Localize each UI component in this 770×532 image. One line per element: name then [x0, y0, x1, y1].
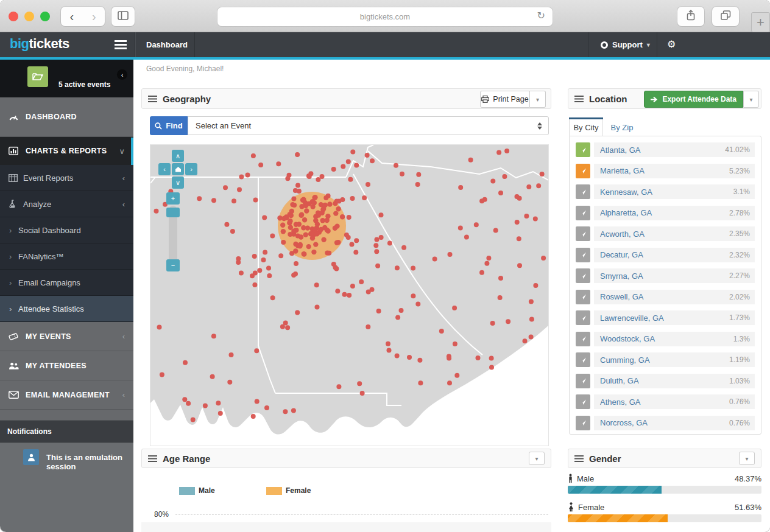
- event-select[interactable]: Select an Event: [188, 116, 549, 135]
- sidebar-item-charts-reports[interactable]: CHARTS & REPORTS ∨: [0, 137, 133, 165]
- sidebar-item-social-dashboard[interactable]: › Social Dashboard: [0, 217, 133, 243]
- close-window-button[interactable]: [9, 12, 18, 21]
- nav-tab-dashboard[interactable]: Dashboard: [146, 32, 188, 57]
- sidebar-item-attendee-statistics[interactable]: › Attendee Statistics: [0, 296, 133, 322]
- legend-male-label: Male: [199, 486, 215, 495]
- active-events-header[interactable]: 5 active events ‹: [0, 60, 133, 97]
- sidebar-item-my-attendees[interactable]: MY ATTENDEES: [0, 351, 133, 380]
- gender-percent: 48.37%: [735, 474, 761, 483]
- sidebar-item-event-reports[interactable]: Event Reports ‹: [0, 165, 133, 191]
- back-button[interactable]: ‹: [61, 10, 83, 24]
- city-row[interactable]: Woodstock, GA1.3%: [576, 332, 755, 346]
- pan-right-button[interactable]: ›: [185, 163, 197, 175]
- sidebar-item-email-campaigns[interactable]: › Email Campaigns: [0, 270, 133, 296]
- city-row[interactable]: Atlanta, GA41.02%: [576, 142, 755, 157]
- sidebar-item-dashboard[interactable]: DASHBOARD: [0, 97, 133, 137]
- sidebar-item-label: MY EVENTS: [26, 332, 71, 341]
- zoom-window-button[interactable]: [40, 12, 50, 21]
- reload-icon[interactable]: ↻: [537, 10, 545, 21]
- export-arrow-icon: [651, 96, 658, 103]
- city-row[interactable]: Roswell, GA2.02%: [576, 290, 755, 304]
- city-row[interactable]: Decatur, GA2.32%: [576, 248, 755, 262]
- geography-map[interactable]: ∧ ‹ › ∨ + −: [150, 144, 549, 446]
- legend-female-swatch: [266, 487, 282, 495]
- collapse-panel-button[interactable]: ▾: [529, 452, 545, 465]
- pan-left-button[interactable]: ‹: [158, 163, 171, 175]
- tab-by-zip[interactable]: By Zip: [603, 119, 641, 136]
- sidebar-item-analyze[interactable]: Analyze ‹: [0, 191, 133, 217]
- chevron-down-icon: ▾: [647, 41, 650, 48]
- city-row[interactable]: Duluth, GA1.03%: [576, 374, 755, 388]
- app-logo[interactable]: bigtickets: [10, 36, 69, 52]
- export-attendee-data-button[interactable]: Export Attendee Data: [644, 91, 743, 108]
- divider: [588, 32, 588, 57]
- sidebar-item-fanalytics[interactable]: › FANalytics™: [0, 243, 133, 270]
- city-row[interactable]: Athens, GA0.76%: [576, 394, 755, 409]
- print-options-dropdown[interactable]: ▾: [530, 91, 546, 108]
- new-tab-button[interactable]: +: [751, 12, 770, 32]
- divider: [194, 32, 195, 57]
- browser-window: ‹ › bigtickets.com ↻ + bigticke: [0, 0, 770, 532]
- city-row[interactable]: Lawrenceville, GA1.73%: [576, 310, 755, 325]
- minimize-window-button[interactable]: [24, 12, 34, 21]
- sidebar-item-label: Attendee Statistics: [18, 304, 84, 313]
- settings-gear-button[interactable]: ⚙: [667, 38, 676, 50]
- zoom-in-button[interactable]: +: [166, 192, 180, 205]
- city-row[interactable]: Cumming, GA1.19%: [576, 352, 755, 367]
- sidebar-toggle-icon: [118, 11, 129, 23]
- chevron-right-icon: ›: [9, 304, 12, 313]
- notifications-header: Notifications: [0, 420, 133, 443]
- sidebar-item-label: FANalytics™: [18, 252, 63, 261]
- gender-label: Female: [578, 503, 604, 512]
- url-text: bigtickets.com: [360, 12, 410, 21]
- search-icon: [155, 122, 162, 130]
- panel-menu-icon[interactable]: [574, 455, 584, 462]
- location-pin-icon: [576, 332, 590, 346]
- city-row[interactable]: Marietta, GA5.23%: [576, 164, 755, 178]
- logo-tickets: tickets: [29, 36, 69, 51]
- zoom-slider-handle[interactable]: [166, 208, 180, 217]
- geography-panel-header: Geography Print Page ▾: [141, 88, 551, 109]
- collapse-panel-button[interactable]: ▾: [739, 452, 755, 465]
- panel-menu-icon[interactable]: [148, 96, 157, 102]
- panel-menu-icon[interactable]: [148, 455, 157, 462]
- share-button[interactable]: [677, 7, 704, 26]
- sidebar-item-label: Email Campaigns: [18, 278, 80, 287]
- location-pin-icon: [576, 268, 590, 283]
- gender-label: Male: [577, 474, 594, 483]
- panel-title: Geography: [163, 94, 211, 104]
- sidebar-menu-toggle[interactable]: [115, 40, 127, 49]
- sidebar-collapse-icon[interactable]: ‹: [117, 69, 127, 80]
- envelope-icon: [9, 391, 19, 399]
- city-row[interactable]: Kennesaw, GA3.1%: [576, 184, 755, 199]
- sidebar-item-label: DASHBOARD: [26, 113, 77, 121]
- pan-down-button[interactable]: ∨: [172, 177, 184, 189]
- support-icon: [601, 41, 608, 49]
- tab-by-city[interactable]: By City: [569, 119, 603, 136]
- city-row[interactable]: Norcross, GA0.76%: [576, 416, 755, 430]
- city-row[interactable]: Acworth, GA2.35%: [576, 226, 755, 241]
- zoom-out-button[interactable]: −: [166, 259, 180, 271]
- panel-menu-icon[interactable]: [574, 96, 584, 102]
- pan-home-button[interactable]: [172, 163, 184, 175]
- find-button[interactable]: Find: [150, 116, 188, 135]
- find-label: Find: [166, 121, 182, 130]
- sidebar-toggle-button[interactable]: [111, 7, 135, 26]
- gridline: [175, 514, 548, 515]
- support-menu[interactable]: Support ▾: [601, 32, 650, 57]
- tab-overview-button[interactable]: [712, 7, 739, 26]
- events-folder-icon: [27, 66, 48, 87]
- forward-button[interactable]: ›: [83, 10, 105, 24]
- city-row[interactable]: Smyrna, GA2.27%: [576, 268, 755, 283]
- url-bar[interactable]: bigtickets.com ↻: [217, 7, 553, 26]
- chevron-down-icon: ▾: [536, 96, 539, 103]
- city-row[interactable]: Alpharetta, GA2.78%: [576, 206, 755, 220]
- export-options-dropdown[interactable]: ▾: [743, 91, 759, 108]
- location-pin-icon: [576, 164, 590, 178]
- print-page-button[interactable]: Print Page: [480, 91, 530, 108]
- sidebar-item-email-management[interactable]: EMAIL MANAGEMENT ‹: [0, 380, 133, 410]
- pan-up-button[interactable]: ∧: [172, 150, 184, 162]
- sidebar-item-my-events[interactable]: MY EVENTS ‹: [0, 322, 133, 351]
- male-person-icon: [568, 474, 573, 483]
- history-nav-group: ‹ ›: [61, 7, 105, 26]
